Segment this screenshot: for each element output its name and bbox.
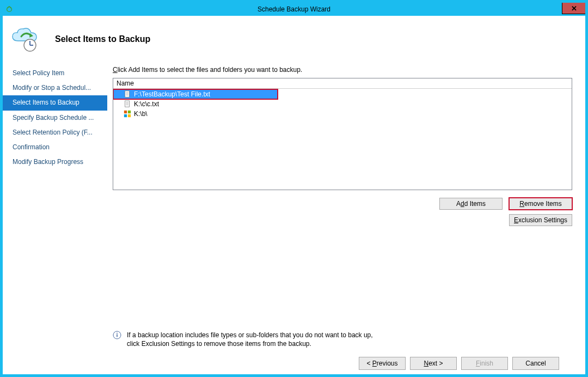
svg-rect-20 <box>117 334 118 337</box>
svg-rect-16 <box>128 111 131 113</box>
close-button[interactable]: ✕ <box>562 3 585 14</box>
cloud-backup-icon <box>8 26 41 53</box>
window-title: Schedule Backup Wizard <box>3 5 585 13</box>
list-item-label: K:\b\ <box>134 110 148 118</box>
page-title: Select Items to Backup <box>55 34 150 44</box>
sidebar-step-4[interactable]: Select Retention Policy (F... <box>3 125 107 140</box>
items-listbox[interactable]: Name F:\TestBackup\Test File.txtK:\c\c.t… <box>113 78 572 190</box>
list-item[interactable]: K:\b\ <box>113 109 572 119</box>
file-icon <box>123 100 132 108</box>
exclusion-settings-button[interactable]: Exclusion Settings <box>509 214 572 226</box>
next-button[interactable]: Next > <box>410 357 457 370</box>
add-items-button[interactable]: Add Items <box>439 198 503 210</box>
info-zone: If a backup location includes file types… <box>113 245 572 348</box>
svg-rect-18 <box>128 114 131 117</box>
list-item-label: K:\c\c.txt <box>134 100 159 108</box>
svg-rect-21 <box>117 332 118 333</box>
wizard-window: Schedule Backup Wizard ✕ Select Items to… <box>0 0 588 377</box>
drive-icon <box>123 110 132 118</box>
info-text: If a backup location includes file types… <box>127 331 377 348</box>
sidebar-step-6[interactable]: Modify Backup Progress <box>3 155 107 169</box>
list-body: F:\TestBackup\Test File.txtK:\c\c.txtK:\… <box>113 89 572 119</box>
previous-button[interactable]: < Previous <box>359 357 406 370</box>
sidebar-step-2[interactable]: Select Items to Backup <box>3 95 107 110</box>
wizard-steps-sidebar: Select Policy ItemModify or Stop a Sched… <box>3 63 107 374</box>
header: Select Items to Backup <box>3 16 585 63</box>
list-item-label: F:\TestBackup\Test File.txt <box>134 90 210 98</box>
cancel-button[interactable]: Cancel <box>512 357 559 370</box>
body: Select Policy ItemModify or Stop a Sched… <box>3 63 585 374</box>
main-panel: Click Add Items to select the files and … <box>107 63 585 374</box>
list-item[interactable]: F:\TestBackup\Test File.txt <box>113 89 278 99</box>
sidebar-step-1[interactable]: Modify or Stop a Schedul... <box>3 81 107 95</box>
list-column-header[interactable]: Name <box>113 78 572 89</box>
sidebar-step-0[interactable]: Select Policy Item <box>3 66 107 81</box>
file-icon <box>123 90 132 99</box>
sidebar-step-5[interactable]: Confirmation <box>3 140 107 155</box>
finish-button: Finish <box>461 357 508 370</box>
svg-rect-17 <box>124 114 127 117</box>
remove-items-button[interactable]: Remove Items <box>509 198 572 210</box>
list-item[interactable]: K:\c\c.txt <box>113 99 572 109</box>
content-area: Select Items to Backup Select Policy Ite… <box>3 16 585 374</box>
list-buttons-row: Add Items Remove Items Exclusion Setting… <box>113 198 572 226</box>
svg-rect-15 <box>124 111 127 113</box>
sidebar-step-3[interactable]: Specify Backup Schedule ... <box>3 111 107 125</box>
close-icon: ✕ <box>571 4 577 13</box>
info-icon <box>113 331 121 339</box>
wizard-footer: < Previous Next > Finish Cancel <box>113 352 572 374</box>
titlebar: Schedule Backup Wizard ✕ <box>3 3 585 16</box>
instruction-text: Click Add Items to select the files and … <box>113 66 572 74</box>
